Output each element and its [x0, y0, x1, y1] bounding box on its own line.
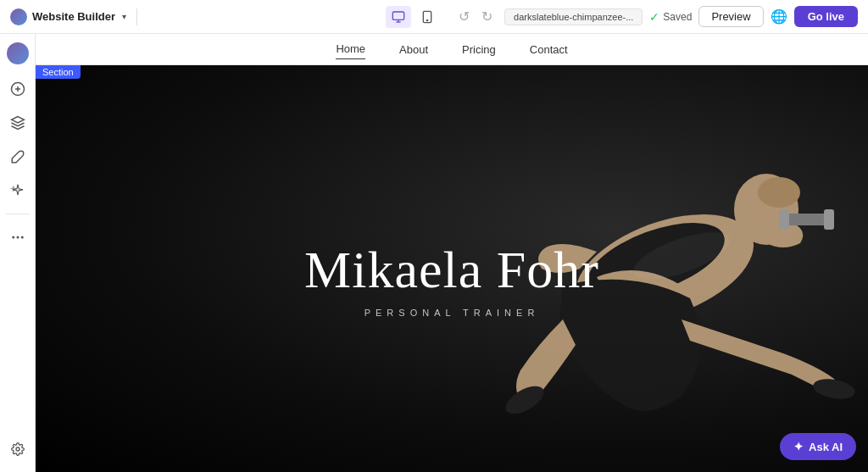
redo-button[interactable]: ↻	[476, 7, 498, 26]
brand-name: Website Builder	[32, 10, 115, 23]
mobile-device-btn[interactable]	[415, 6, 440, 28]
ai-sparkle-button[interactable]	[3, 176, 32, 205]
undo-button[interactable]: ↺	[453, 7, 475, 26]
svg-rect-22	[824, 209, 834, 230]
sidebar-logo	[7, 42, 29, 64]
sidebar	[0, 34, 36, 472]
brand-logo	[10, 8, 27, 25]
add-button[interactable]	[3, 75, 32, 103]
nav-pricing[interactable]: Pricing	[462, 40, 496, 59]
nav-home[interactable]: Home	[336, 39, 365, 59]
hero-section: Mikaela Fohr PERSONAL TRAINER	[36, 65, 868, 472]
hero-name: Mikaela Fohr	[304, 243, 599, 296]
svg-point-10	[16, 236, 19, 239]
svg-marker-8	[11, 117, 24, 124]
svg-point-11	[20, 236, 23, 239]
svg-rect-0	[392, 12, 403, 19]
preview-button[interactable]: Preview	[698, 6, 763, 27]
svg-rect-21	[779, 209, 789, 230]
globe-icon[interactable]: 🌐	[771, 8, 787, 25]
canvas-area: Home About Pricing Contact Section	[36, 34, 868, 472]
ask-ai-button[interactable]: ✦ Ask AI	[780, 433, 856, 460]
golive-button[interactable]: Go live	[794, 6, 858, 27]
site-header: Home About Pricing Contact	[36, 34, 868, 65]
svg-point-12	[16, 447, 19, 451]
nav-about[interactable]: About	[399, 40, 428, 59]
ask-ai-label: Ask AI	[809, 441, 843, 453]
svg-point-9	[12, 236, 14, 239]
settings-bottom-button[interactable]	[3, 435, 32, 464]
layers-button[interactable]	[3, 108, 32, 137]
nav-contact[interactable]: Contact	[530, 40, 568, 59]
hero-subtitle: PERSONAL TRAINER	[304, 308, 599, 318]
svg-point-16	[758, 177, 800, 208]
site-nav: Home About Pricing Contact	[336, 39, 567, 59]
brand-chevron-icon[interactable]: ▾	[122, 12, 126, 21]
history-buttons: ↺ ↻	[453, 7, 498, 26]
saved-badge: ✓ Saved	[649, 10, 692, 24]
main-layout: Home About Pricing Contact Section	[0, 34, 868, 472]
sidebar-divider	[6, 214, 30, 214]
device-switcher	[386, 6, 440, 28]
url-bar: darkslateblue-chimpanzee-...	[504, 8, 643, 25]
svg-rect-20	[783, 214, 830, 225]
desktop-device-btn[interactable]	[386, 6, 411, 28]
top-bar: Website Builder ▾ ↺ ↻ darkslateblue-chim…	[0, 0, 868, 34]
sparkle-icon: ✦	[793, 440, 804, 453]
hero-text: Mikaela Fohr PERSONAL TRAINER	[304, 243, 599, 318]
paint-button[interactable]	[3, 142, 32, 171]
saved-label: Saved	[663, 11, 692, 23]
more-options-button[interactable]	[3, 223, 32, 252]
svg-point-4	[426, 19, 427, 20]
check-circle-icon: ✓	[649, 10, 659, 24]
brand-area: Website Builder ▾	[10, 8, 137, 25]
section-badge[interactable]: Section	[36, 65, 81, 79]
